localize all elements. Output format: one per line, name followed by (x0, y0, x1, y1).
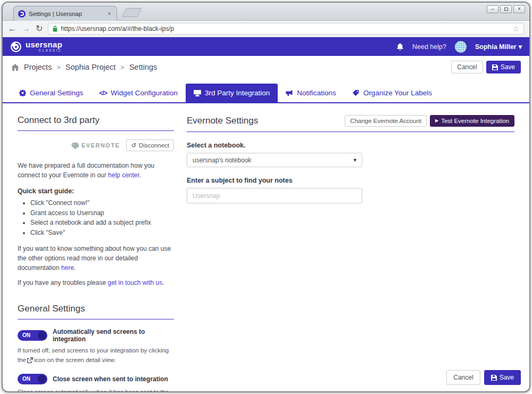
select-caret-icon: ▾ (353, 157, 356, 163)
forward-button[interactable]: → (22, 24, 30, 33)
cancel-button[interactable]: Cancel (451, 61, 483, 73)
main-content: Connect to 3rd party EVERNOTE ↺ Disconne… (3, 103, 529, 392)
breadcrumb-project-name[interactable]: Sophia Project (65, 63, 115, 71)
play-icon: ▶ (435, 119, 438, 123)
test-evernote-integration-button[interactable]: ▶ Test Evernote Integration (430, 115, 514, 127)
user-menu[interactable]: Sophia Miller ▾ (475, 43, 522, 51)
documentation-paragraph: If you want to know something about how … (18, 244, 174, 273)
tab-general-settings[interactable]: General Settings (11, 84, 92, 102)
integration-icon (194, 90, 201, 96)
tab-3rd-party-integration[interactable]: 3rd Party Integration (186, 84, 278, 102)
export-icon (27, 357, 33, 363)
quick-start-step: Click "Save" (30, 228, 174, 238)
chevron-down-icon: ▾ (519, 43, 522, 51)
evernote-wordmark: EVERNOTE (81, 142, 120, 149)
bell-icon[interactable] (396, 43, 404, 51)
notebook-select[interactable]: usersnap's notebook ▾ (187, 153, 362, 167)
breadcrumb: Projects > Sophia Project > Settings Can… (3, 56, 529, 78)
breadcrumb-settings[interactable]: Settings (129, 63, 157, 71)
save-button[interactable]: Save (486, 61, 521, 73)
browser-tab[interactable]: Settings | Usersnap × (13, 6, 117, 21)
evernote-elephant-icon (70, 142, 79, 150)
tag-icon (352, 90, 360, 96)
help-center-link[interactable]: help center (108, 171, 139, 179)
evernote-logo: EVERNOTE (70, 142, 120, 150)
connect-panel-title: Connect to 3rd party (18, 115, 174, 131)
minimize-icon: – (491, 6, 494, 12)
maximize-icon (504, 7, 508, 11)
gear-icon (19, 89, 26, 96)
usersnap-favicon-icon (18, 10, 26, 18)
tab-notifications[interactable]: Notifications (278, 84, 344, 102)
window-maximize-button[interactable] (500, 5, 512, 13)
quick-start-step: Select a notebook and add a subject pref… (30, 218, 174, 228)
toggle-knob (38, 331, 46, 340)
window-close-button[interactable]: × (513, 5, 525, 13)
address-bar[interactable]: https://usersnap.com/a/#/the-black-ips/p… (48, 23, 524, 35)
user-avatar[interactable] (455, 41, 467, 53)
close-screen-toggle[interactable]: ON (18, 374, 47, 384)
close-screen-label: Close screen when sent to integration (53, 375, 168, 383)
settings-tabs: General Settings </> Widget Configuratio… (3, 78, 529, 103)
get-in-touch-link[interactable]: get in touch with us (107, 279, 162, 286)
toggle-state-label: ON (22, 332, 30, 338)
brand-name: usersnap (26, 40, 62, 48)
notebook-label: Select a notebook. (187, 142, 514, 149)
home-icon[interactable] (11, 64, 19, 71)
close-screen-description: Close screen automatically when it has b… (18, 388, 174, 392)
save-floppy-icon (492, 64, 498, 70)
url-text: https://usersnap.com/a/#/the-black-ips/p (61, 25, 509, 32)
tab-organize-labels[interactable]: Organize Your Labels (344, 84, 440, 102)
lock-icon (53, 26, 57, 32)
close-icon: × (518, 6, 521, 12)
tab-close-icon[interactable]: × (106, 10, 112, 18)
quick-start-step: Grant access to Usersnap (30, 208, 174, 218)
general-settings-title: General Settings (18, 303, 174, 319)
back-button[interactable]: ← (8, 24, 16, 33)
evernote-settings-title: Evernote Settings (187, 116, 258, 126)
browser-navbar: ← → ↻ https://usersnap.com/a/#/the-black… (3, 21, 529, 37)
intro-paragraph: We have prepared a full documentation ho… (18, 161, 174, 180)
code-icon: </> (99, 89, 107, 97)
tab-widget-configuration[interactable]: </> Widget Configuration (92, 84, 186, 102)
reload-button[interactable]: ↻ (36, 24, 43, 33)
browser-tab-title: Settings | Usersnap (29, 11, 103, 17)
window-minimize-button[interactable]: – (487, 5, 498, 13)
general-settings-panel: General Settings ON Automatically send s… (18, 303, 174, 392)
usersnap-swirl-icon (10, 41, 22, 53)
quick-start-step: Click "Connect now!" (30, 198, 174, 208)
usersnap-logo[interactable]: usersnap CLASSIC (10, 40, 62, 53)
need-help-link[interactable]: Need help? (412, 43, 446, 51)
save-floppy-icon (491, 375, 497, 381)
connect-panel: Connect to 3rd party EVERNOTE ↺ Disconne… (18, 115, 174, 288)
footer-save-button[interactable]: Save (484, 370, 521, 385)
auto-send-description: If turned off, send screens to your inte… (18, 346, 174, 365)
app-header: usersnap CLASSIC Need help? Sophia Mille… (3, 37, 529, 56)
toggle-knob (38, 375, 46, 383)
subject-input[interactable] (187, 188, 362, 203)
browser-tabstrip: Settings | Usersnap × – × (3, 3, 529, 21)
bookmark-star-icon[interactable]: ☆ (512, 24, 519, 33)
toggle-state-label: ON (22, 376, 30, 382)
footer-cancel-button[interactable]: Cancel (446, 370, 480, 385)
user-name: Sophia Miller (475, 43, 517, 51)
disconnect-icon: ↺ (131, 142, 136, 149)
auto-send-toggle[interactable]: ON (18, 330, 47, 341)
new-tab-button[interactable] (122, 8, 142, 17)
troubles-paragraph: If you have any troubles please get in t… (18, 278, 174, 288)
evernote-settings-panel: Evernote Settings Change Evernote Accoun… (187, 115, 514, 203)
subject-label: Enter a subject to find your notes (187, 177, 514, 184)
change-evernote-account-button[interactable]: Change Evernote Account (345, 115, 427, 127)
auto-send-label: Automatically send screens to integratio… (53, 328, 174, 343)
disconnect-button[interactable]: ↺ Disconnect (126, 139, 174, 151)
footer-actions: Cancel Save (446, 370, 521, 385)
notebook-selected-value: usersnap's notebook (193, 157, 251, 164)
brand-subtitle: CLASSIC (38, 49, 62, 53)
breadcrumb-separator: > (120, 63, 124, 71)
breadcrumb-separator: > (56, 63, 61, 71)
here-link[interactable]: here (61, 264, 74, 272)
breadcrumb-projects[interactable]: Projects (24, 63, 52, 71)
browser-window: Settings | Usersnap × – × ← → ↻ https://… (2, 2, 530, 392)
quick-start-list: Click "Connect now!" Grant access to Use… (30, 198, 174, 237)
megaphone-icon (286, 90, 293, 96)
